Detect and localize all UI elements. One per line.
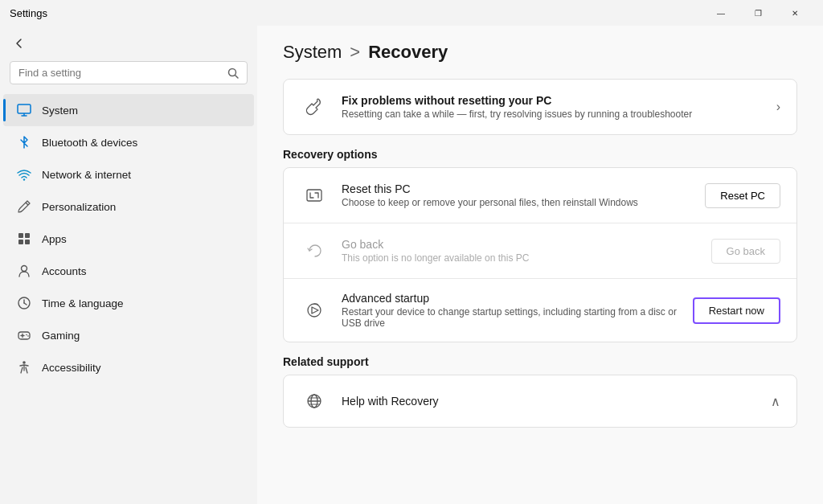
go-back-desc: This option is no longer available on th… <box>342 252 711 264</box>
window-controls: — ❐ ✕ <box>702 0 813 26</box>
network-icon <box>16 166 32 182</box>
svg-point-19 <box>27 335 29 337</box>
system-icon <box>16 102 32 118</box>
advanced-startup-desc: Restart your device to change startup se… <box>342 306 693 329</box>
chevron-right-icon: › <box>776 100 780 114</box>
recovery-options-header: Recovery options <box>283 148 797 161</box>
fix-problems-text: Fix problems without resetting your PC R… <box>342 94 776 120</box>
help-recovery-label: Help with Recovery <box>342 395 771 408</box>
breadcrumb-current: Recovery <box>368 42 448 63</box>
chevron-up-icon: ∧ <box>771 394 780 409</box>
help-recovery-row[interactable]: Help with Recovery ∧ <box>284 375 796 427</box>
wrench-icon <box>300 92 329 121</box>
search-box <box>10 61 248 84</box>
breadcrumb-parent: System <box>283 42 342 63</box>
fix-problems-card[interactable]: Fix problems without resetting your PC R… <box>283 79 797 135</box>
breadcrumb-separator: > <box>350 42 360 63</box>
advanced-startup-icon <box>300 296 329 325</box>
sidebar-item-system-label: System <box>42 104 78 117</box>
brush-icon <box>16 199 32 215</box>
sidebar-item-accounts-label: Accounts <box>42 265 87 277</box>
sidebar: System Bluetooth & devices Network & <box>0 26 257 504</box>
time-icon <box>16 295 32 311</box>
sidebar-item-time[interactable]: Time & language <box>3 287 254 319</box>
breadcrumb: System > Recovery <box>283 42 797 63</box>
advanced-startup-title: Advanced startup <box>342 292 693 305</box>
back-icon <box>13 37 26 50</box>
maximize-button[interactable]: ❐ <box>739 0 776 26</box>
minimize-button[interactable]: — <box>702 0 739 26</box>
sidebar-item-network[interactable]: Network & internet <box>3 158 254 191</box>
reset-pc-title: Reset this PC <box>342 182 705 195</box>
go-back-title: Go back <box>342 238 711 251</box>
sidebar-item-system[interactable]: System <box>3 94 254 126</box>
svg-line-6 <box>26 203 28 205</box>
fix-problems-desc: Resetting can take a while — first, try … <box>342 109 776 120</box>
app-body: System Bluetooth & devices Network & <box>0 26 823 504</box>
go-back-row: Go back This option is no longer availab… <box>284 223 796 279</box>
bluetooth-icon <box>16 134 32 150</box>
recovery-options-card: Reset this PC Choose to keep or remove y… <box>283 167 797 342</box>
go-back-text: Go back This option is no longer availab… <box>342 238 711 264</box>
search-icon <box>227 68 239 79</box>
reset-pc-button[interactable]: Reset PC <box>705 183 780 208</box>
sidebar-item-gaming[interactable]: Gaming <box>3 319 254 351</box>
restart-now-button[interactable]: Restart now <box>693 297 780 324</box>
svg-rect-9 <box>18 240 23 244</box>
reset-icon <box>300 181 329 210</box>
svg-point-20 <box>23 361 26 364</box>
related-support-header: Related support <box>283 355 797 368</box>
advanced-startup-text: Advanced startup Restart your device to … <box>342 292 693 329</box>
svg-line-14 <box>24 303 27 305</box>
accessibility-icon <box>16 359 32 375</box>
fix-problems-row[interactable]: Fix problems without resetting your PC R… <box>284 80 796 134</box>
svg-rect-7 <box>18 233 23 238</box>
svg-line-1 <box>235 75 239 78</box>
sidebar-item-apps-label: Apps <box>42 233 67 245</box>
sidebar-item-accessibility[interactable]: Accessibility <box>3 351 254 383</box>
sidebar-item-gaming-label: Gaming <box>42 330 80 342</box>
go-back-icon <box>300 236 329 265</box>
sidebar-item-accessibility-label: Accessibility <box>42 362 101 374</box>
reset-pc-text: Reset this PC Choose to keep or remove y… <box>342 182 705 208</box>
accounts-icon <box>16 263 32 279</box>
search-input[interactable] <box>18 67 221 79</box>
advanced-startup-row: Advanced startup Restart your device to … <box>284 279 796 342</box>
go-back-button[interactable]: Go back <box>711 239 780 264</box>
svg-rect-21 <box>307 190 321 201</box>
sidebar-item-personalization[interactable]: Personalization <box>3 191 254 223</box>
sidebar-item-personalization-label: Personalization <box>42 201 116 213</box>
svg-rect-10 <box>25 240 30 244</box>
sidebar-item-apps[interactable]: Apps <box>3 223 254 255</box>
sidebar-item-bluetooth[interactable]: Bluetooth & devices <box>3 126 254 158</box>
svg-rect-2 <box>18 104 31 113</box>
related-support-card: Help with Recovery ∧ <box>283 375 797 428</box>
svg-rect-8 <box>25 233 30 238</box>
content-area: System > Recovery Fix problems without r… <box>257 26 823 504</box>
svg-point-5 <box>23 178 25 180</box>
titlebar-left: Settings <box>10 7 47 19</box>
close-button[interactable]: ✕ <box>776 0 813 26</box>
titlebar: Settings — ❐ ✕ <box>0 0 823 26</box>
reset-pc-row: Reset this PC Choose to keep or remove y… <box>284 168 796 223</box>
sidebar-item-network-label: Network & internet <box>42 169 131 181</box>
svg-point-11 <box>22 266 27 272</box>
back-button[interactable] <box>0 32 257 55</box>
reset-pc-desc: Choose to keep or remove your personal f… <box>342 197 705 208</box>
sidebar-item-time-label: Time & language <box>42 297 124 309</box>
apps-icon <box>16 231 32 247</box>
globe-icon <box>300 387 329 416</box>
sidebar-item-accounts[interactable]: Accounts <box>3 255 254 287</box>
gaming-icon <box>16 327 32 343</box>
fix-problems-title: Fix problems without resetting your PC <box>342 94 776 107</box>
sidebar-item-bluetooth-label: Bluetooth & devices <box>42 137 137 149</box>
svg-point-18 <box>26 334 27 336</box>
app-title: Settings <box>10 7 47 19</box>
